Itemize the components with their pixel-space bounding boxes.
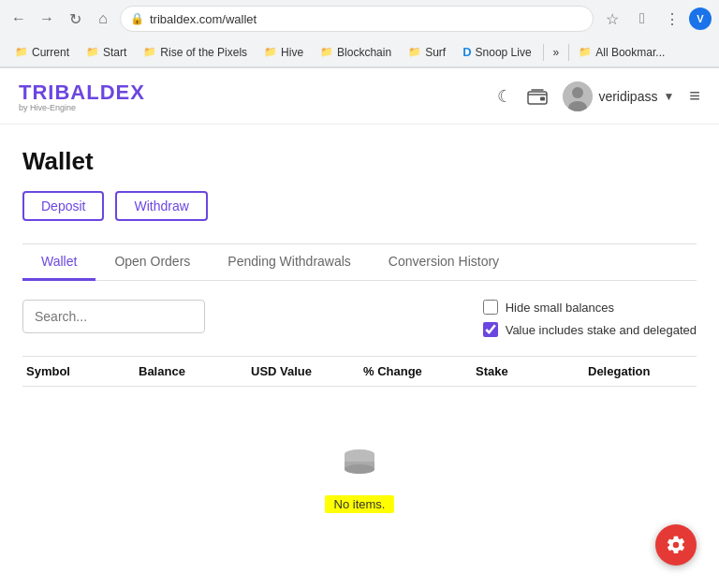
filter-options: Hide small balances Value includes stake…: [483, 300, 697, 337]
star-button[interactable]: ☆: [599, 6, 625, 32]
all-bookmarks[interactable]: 📁 All Bookmar...: [573, 43, 670, 62]
bookmark-surf[interactable]: 📁 Surf: [401, 43, 453, 62]
logo-text: TRIBALDEX: [19, 81, 145, 105]
folder-icon: 📁: [408, 46, 421, 58]
svg-point-6: [345, 464, 374, 474]
deposit-button[interactable]: Deposit: [22, 191, 104, 221]
app-header: TRIBALDEX by Hive-Engine ☾ veridipass ▼: [0, 68, 719, 125]
wallet-icon-button[interactable]: [527, 88, 548, 105]
folder-icon: 📁: [579, 46, 592, 58]
hide-small-balances-checkbox[interactable]: [483, 300, 498, 315]
bookmark-surf-label: Surf: [425, 46, 446, 59]
chevron-down-icon: ▼: [663, 90, 674, 103]
value-includes-stake-label: Value includes stake and delegated: [506, 323, 697, 337]
dark-mode-button[interactable]: ☾: [497, 86, 512, 107]
browser-chrome: ← → ↻ ⌂ 🔒 tribaldex.com/wallet ☆ 🣿 ⋮ V 📁…: [0, 0, 719, 68]
settings-fab[interactable]: [655, 524, 697, 566]
more-button[interactable]: ⋮: [659, 6, 685, 32]
bookmark-snoop-live[interactable]: D Snoop Live: [455, 42, 538, 62]
bookmarks-divider2: [568, 44, 569, 61]
bookmarks-divider: [543, 44, 544, 61]
search-wrapper: [22, 300, 205, 333]
value-includes-stake-row: Value includes stake and delegated: [483, 322, 697, 337]
bookmarks-overflow[interactable]: »: [548, 43, 565, 62]
tab-wallet[interactable]: Wallet: [22, 244, 95, 281]
search-filters-row: Hide small balances Value includes stake…: [22, 300, 697, 337]
search-input[interactable]: [22, 300, 205, 333]
col-balance: Balance: [135, 364, 247, 378]
empty-state: No items.: [22, 387, 697, 569]
all-bookmarks-label: All Bookmar...: [595, 46, 665, 59]
col-delegation: Delegation: [584, 364, 697, 378]
folder-icon: 📁: [86, 46, 99, 58]
logo-subtitle: by Hive-Engine: [19, 103, 145, 112]
url-text: tribaldex.com/wallet: [150, 12, 257, 26]
folder-icon: 📁: [320, 46, 333, 58]
svg-rect-1: [540, 96, 545, 100]
bookmark-hive-label: Hive: [281, 46, 303, 59]
forward-button[interactable]: →: [36, 7, 58, 30]
bookmark-blockchain[interactable]: 📁 Blockchain: [313, 43, 399, 62]
svg-point-3: [572, 87, 583, 98]
home-button[interactable]: ⌂: [92, 7, 114, 30]
bookmark-rise-pixels-label: Rise of the Pixels: [160, 46, 247, 59]
tab-conversion-history[interactable]: Conversion History: [370, 244, 518, 281]
profile-circle[interactable]: V: [689, 7, 712, 30]
bookmark-blockchain-label: Blockchain: [337, 46, 391, 59]
settings-icon: [666, 535, 686, 555]
col-stake: Stake: [472, 364, 584, 378]
bookmark-start-label: Start: [103, 46, 126, 59]
bookmarks-bar: 📁 Current 📁 Start 📁 Rise of the Pixels 📁…: [0, 37, 719, 67]
header-actions: ☾ veridipass ▼ ≡: [497, 81, 700, 111]
logo[interactable]: TRIBALDEX by Hive-Engine: [19, 81, 145, 112]
col-pct-change: % Change: [360, 364, 472, 378]
col-symbol: Symbol: [22, 364, 135, 378]
empty-state-icon: [339, 443, 380, 484]
tab-pending-withdrawals[interactable]: Pending Withdrawals: [209, 244, 370, 281]
withdraw-button[interactable]: Withdraw: [115, 191, 207, 221]
bookmark-hive[interactable]: 📁 Hive: [257, 43, 311, 62]
username-label: veridipass: [598, 89, 657, 104]
hide-small-balances-row: Hide small balances: [483, 300, 614, 315]
bookmark-rise-pixels[interactable]: 📁 Rise of the Pixels: [136, 43, 255, 62]
value-includes-stake-checkbox[interactable]: [483, 322, 498, 337]
reload-button[interactable]: ↻: [64, 7, 86, 30]
hamburger-button[interactable]: ≡: [689, 85, 700, 107]
tabs-container: Wallet Open Orders Pending Withdrawals C…: [22, 244, 697, 281]
address-bar[interactable]: 🔒 tribaldex.com/wallet: [120, 6, 594, 32]
overflow-label: »: [553, 46, 560, 59]
action-buttons: Deposit Withdraw: [22, 191, 697, 221]
table-header: Symbol Balance USD Value % Change Stake …: [22, 356, 697, 387]
user-section[interactable]: veridipass ▼: [563, 81, 674, 111]
lock-icon: 🔒: [130, 12, 144, 25]
back-button[interactable]: ←: [7, 7, 30, 30]
hide-small-balances-label: Hide small balances: [506, 301, 614, 315]
bookmark-current-label: Current: [32, 46, 69, 59]
bookmark-start[interactable]: 📁 Start: [79, 43, 134, 62]
empty-label: No items.: [325, 495, 395, 513]
main-content: Wallet Deposit Withdraw Wallet Open Orde…: [0, 125, 719, 569]
folder-icon: 📁: [15, 46, 28, 58]
bookmark-snoop-live-label: Snoop Live: [476, 46, 532, 59]
browser-actions: ☆ 🣿 ⋮ V: [599, 6, 712, 32]
bookmark-current[interactable]: 📁 Current: [7, 43, 77, 62]
folder-icon: 📁: [264, 46, 277, 58]
extensions-button[interactable]: 🣿: [629, 6, 655, 32]
browser-toolbar: ← → ↻ ⌂ 🔒 tribaldex.com/wallet ☆ 🣿 ⋮ V: [0, 0, 719, 37]
tabs: Wallet Open Orders Pending Withdrawals C…: [22, 244, 697, 280]
page-title: Wallet: [22, 147, 697, 176]
avatar: [563, 81, 593, 111]
tab-open-orders[interactable]: Open Orders: [95, 244, 209, 281]
d-icon: D: [462, 45, 471, 59]
col-usd-value: USD Value: [247, 364, 360, 378]
folder-icon: 📁: [143, 46, 156, 58]
